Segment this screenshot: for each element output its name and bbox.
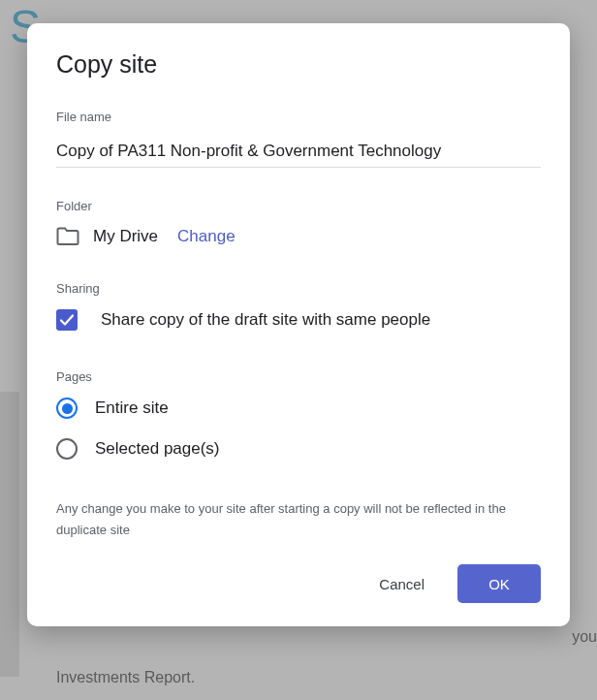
folder-row: My Drive Change: [56, 227, 541, 246]
disclaimer-text: Any change you make to your site after s…: [56, 498, 541, 541]
check-icon: [59, 312, 75, 328]
sharing-label: Sharing: [56, 281, 541, 296]
pages-label: Pages: [56, 369, 541, 384]
radio-selected-pages[interactable]: Selected page(s): [56, 438, 541, 460]
dialog-title: Copy site: [56, 50, 541, 79]
radio-selected-pages-label: Selected page(s): [95, 439, 220, 459]
folder-label: Folder: [56, 199, 541, 213]
share-checkbox-row[interactable]: Share copy of the draft site with same p…: [56, 309, 541, 331]
copy-site-dialog: Copy site File name Folder My Drive Chan…: [27, 23, 570, 626]
ok-button[interactable]: OK: [457, 564, 541, 603]
dialog-button-row: Cancel OK: [56, 564, 541, 603]
folder-name: My Drive: [93, 227, 158, 246]
radio-selected-pages-button[interactable]: [56, 438, 78, 460]
share-checkbox[interactable]: [56, 309, 78, 331]
change-folder-link[interactable]: Change: [177, 227, 236, 246]
cancel-button[interactable]: Cancel: [365, 566, 438, 602]
radio-entire-site-label: Entire site: [95, 398, 169, 418]
share-checkbox-label: Share copy of the draft site with same p…: [101, 310, 430, 330]
pages-radio-group: Entire site Selected page(s): [56, 398, 541, 460]
folder-icon: [56, 227, 79, 246]
radio-entire-site-button[interactable]: [56, 398, 78, 419]
radio-entire-site[interactable]: Entire site: [56, 398, 541, 419]
file-name-input[interactable]: [56, 138, 541, 168]
file-name-label: File name: [56, 110, 541, 124]
